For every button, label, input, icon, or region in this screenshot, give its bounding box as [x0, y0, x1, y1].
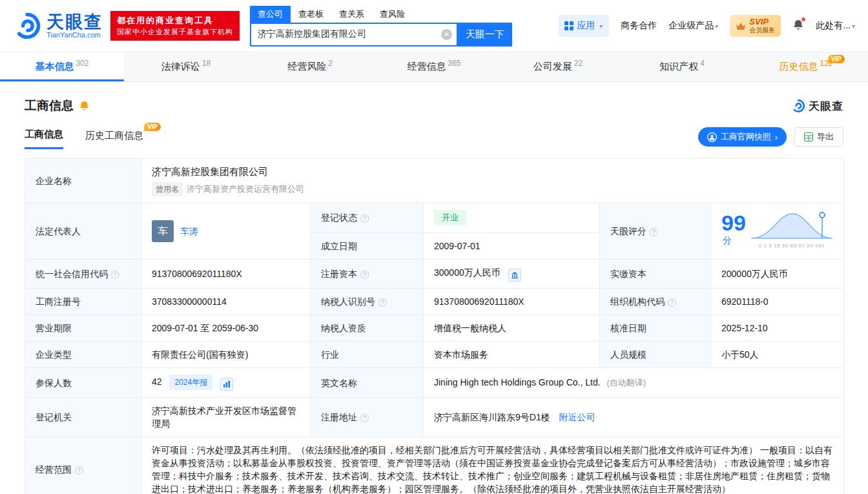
vip-badge: VIP [144, 123, 161, 131]
table-row: 企业类型 有限责任公司(国有独资) 行业 资本市场服务 人员规模 小于50人 [25, 342, 844, 368]
tab-operation-risk[interactable]: 经营风险2 [248, 52, 372, 81]
table-row: 统一社会信用代码? 91370800692011180X 注册资本? 30000… [25, 260, 844, 289]
search-tab-relation[interactable]: 查关系 [331, 6, 372, 23]
legal-rep-link[interactable]: 车涛 [180, 225, 198, 238]
tab-count: 122 [820, 59, 832, 68]
tab-intellectual-property[interactable]: 知识产权4 [620, 52, 744, 81]
tab-label: 知识产权 [659, 61, 698, 72]
tab-legal-litigation[interactable]: 法律诉讼18 [124, 52, 248, 81]
clear-search-icon[interactable]: ✕ [441, 29, 452, 40]
main-content: 工商信息 天眼查 工商信息 历史工商信息 VIP 工商官网快照 › [0, 98, 868, 494]
legal-rep-avatar[interactable]: 车 [152, 220, 174, 242]
org-code-value: 69201118-0 [711, 289, 844, 315]
watermark-text: 天眼查 [809, 99, 843, 114]
score-cell[interactable]: 99分 0 1 5 15 50 85 97 99 100 [711, 203, 844, 260]
subtab-history-business-info[interactable]: 历史工商信息 VIP [85, 130, 143, 149]
monitor-bell-icon[interactable] [79, 100, 90, 112]
help-icon[interactable]: ? [360, 414, 369, 422]
help-icon[interactable]: ? [378, 298, 387, 307]
search-tab-risk[interactable]: 查风险 [372, 6, 413, 23]
section-title: 工商信息 [25, 98, 74, 114]
field-label-staff-size: 人员规模 [600, 342, 711, 368]
score-value: 99 [721, 211, 746, 235]
help-icon[interactable]: ? [111, 271, 119, 279]
chevron-down-icon: ▾ [599, 23, 603, 30]
reg-capital-value: 300000万人民币 [434, 267, 501, 278]
help-icon[interactable]: ? [650, 228, 658, 236]
chevron-down-icon: ▾ [715, 23, 718, 30]
field-label-insured: 参保人数 [25, 368, 141, 398]
slogan-banner: 都在用的商业查询工具 国家中小企业发展子基金旗下机构 [110, 11, 240, 41]
help-icon[interactable]: ? [360, 271, 369, 279]
svip-member-button[interactable]: SVIP 会员服务 [730, 15, 781, 37]
notification-bell-button[interactable] [792, 19, 804, 34]
field-label-reg-status: 登记状态? [311, 203, 424, 233]
apps-menu-button[interactable]: 应用 ▾ [558, 15, 609, 37]
field-label-paid-capital: 实缴资本 [600, 260, 711, 289]
score-axis-labels: 0 1 5 15 50 85 97 99 100 [750, 240, 834, 252]
table-row: 企业名称 济宁高新控股集团有限公司 曾用名 济宁高新资产投资运营有限公司 [25, 159, 844, 203]
industry-value: 资本市场服务 [424, 342, 600, 368]
spreadsheet-icon [804, 132, 813, 141]
insured-trend-chart-icon[interactable] [220, 378, 233, 391]
official-snapshot-button[interactable]: 工商官网快照 › [698, 127, 787, 147]
capital-change-icon[interactable] [508, 269, 521, 282]
field-label-score: 天眼评分? [600, 203, 711, 260]
grid-icon [564, 21, 574, 30]
header: 天眼查 TianYanCha.com 都在用的商业查询工具 国家中小企业发展子基… [0, 0, 868, 52]
help-icon[interactable]: ? [360, 214, 369, 223]
tab-count: 22 [574, 59, 583, 68]
search-tab-company[interactable]: 查公司 [250, 6, 291, 23]
enterprise-product-link[interactable]: 企业级产品▾ [668, 20, 718, 32]
chevron-down-icon: ▾ [852, 23, 855, 30]
tab-label: 基本信息 [35, 61, 74, 72]
taxpayer-quality-value: 增值税一般纳税人 [424, 315, 600, 342]
business-scope-value: 许可项目：污水处理及其再生利用。（依法须经批准的项目，经相关部门批准后方可开展经… [141, 437, 844, 494]
company-name: 济宁高新控股集团有限公司 [152, 165, 833, 178]
field-label-reg-capital: 注册资本? [311, 260, 424, 289]
table-row: 登记机关 济宁高新技术产业开发区市场监督管理局 注册地址? 济宁高新区海川路东9… [25, 398, 844, 437]
search-input[interactable] [250, 23, 458, 46]
company-type-value: 有限责任公司(国有独资) [141, 342, 311, 368]
tab-basic-info[interactable]: 基本信息302 [0, 52, 124, 81]
legal-rep-cell: 车 车涛 [141, 203, 311, 260]
paid-capital-value: 200000万人民币 [711, 260, 844, 289]
tianyancha-logo[interactable]: 天眼查 TianYanCha.com [13, 12, 103, 40]
insured-cell: 42 2024年报 [141, 368, 311, 398]
tab-operation-info[interactable]: 经营信息365 [372, 52, 496, 81]
user-menu[interactable]: 此处有...▾ [816, 20, 855, 32]
export-button[interactable]: 导出 [794, 127, 843, 147]
field-label-reg-authority: 登记机关 [25, 398, 141, 437]
business-info-table: 企业名称 济宁高新控股集团有限公司 曾用名 济宁高新资产投资运营有限公司 法定代… [25, 158, 844, 494]
subtab-business-info[interactable]: 工商信息 [25, 129, 63, 149]
annual-report-badge[interactable]: 2024年报 [169, 375, 212, 390]
business-coop-link[interactable]: 商务合作 [621, 20, 657, 32]
search-button[interactable]: 天眼一下 [458, 23, 512, 46]
tab-label: 法律诉讼 [161, 61, 200, 72]
auto-translate-note: (自动翻译) [606, 378, 646, 387]
logo-text-cn: 天眼查 [46, 13, 103, 31]
search-tab-boss[interactable]: 查老板 [291, 6, 331, 23]
english-name-cell: Jining High tech Holdings Group Co., Ltd… [424, 368, 844, 398]
table-row: 工商注册号 370833000000114 纳税人识别号? 9137080069… [25, 289, 844, 315]
status-badge: 开业 [434, 210, 466, 225]
subtab-label: 历史工商信息 [85, 130, 143, 141]
establish-date-value: 2009-07-01 [424, 232, 600, 259]
tab-count: 302 [76, 59, 88, 68]
help-icon[interactable]: ? [668, 298, 676, 307]
address-cell: 济宁高新区海川路东9号D1楼 附近公司 [424, 398, 844, 437]
help-icon[interactable]: ? [75, 466, 83, 475]
score-unit: 分 [723, 235, 732, 245]
header-right: 应用 ▾ 商务合作 企业级产品▾ SVIP 会员服务 此处有...▾ [558, 15, 855, 37]
tab-count: 18 [202, 59, 211, 68]
reg-number-value: 370833000000114 [141, 289, 311, 315]
company-nav-tabs: 基本信息302 法律诉讼18 经营风险2 经营信息365 公司发展22 知识产权… [0, 52, 868, 82]
tab-company-development[interactable]: 公司发展22 [496, 52, 620, 81]
tab-history-info[interactable]: VIP 历史信息122 [744, 52, 868, 81]
person-icon [707, 132, 717, 142]
table-row: 参保人数 42 2024年报 英文名称 Jining High tech Hol… [25, 368, 844, 398]
nearby-companies-link[interactable]: 附近公司 [559, 412, 595, 422]
english-name-value: Jining High tech Holdings Group Co., Ltd… [434, 377, 601, 387]
field-label-reg-number: 工商注册号 [25, 289, 141, 315]
field-label-taxpayer-quality: 纳税人资质 [311, 315, 424, 342]
